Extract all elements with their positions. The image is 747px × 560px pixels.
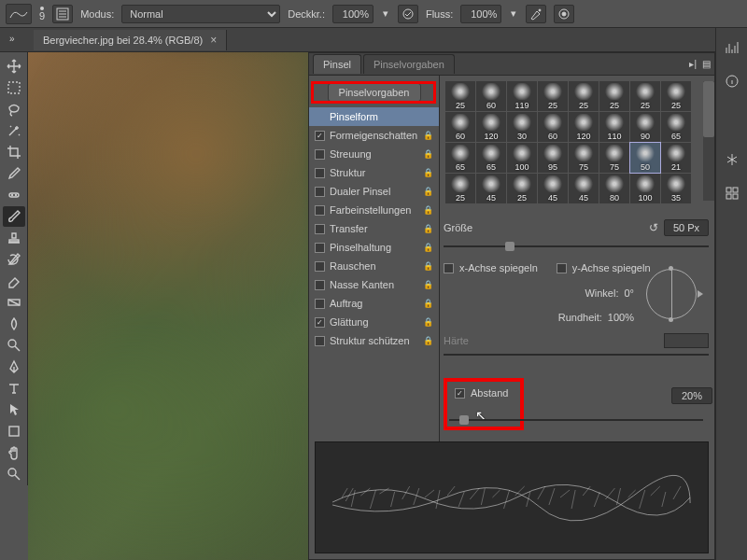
setting-farbeinstellungen-checkbox[interactable] [315, 205, 325, 216]
histogram-panel-icon[interactable] [723, 39, 741, 56]
setting-struktur-checkbox[interactable] [315, 168, 325, 178]
tool-stamp[interactable] [3, 228, 25, 248]
tool-history-brush[interactable] [3, 249, 25, 270]
lock-icon[interactable]: 🔒 [423, 336, 433, 345]
tool-type[interactable] [3, 378, 25, 399]
brush-thumb[interactable]: 75 [599, 143, 629, 173]
spacing-checkbox[interactable]: ✓ [455, 388, 465, 399]
brush-panel-toggle[interactable] [52, 5, 73, 23]
flow-chevron-icon[interactable]: ▾ [509, 5, 518, 23]
swatches-panel-icon[interactable] [723, 151, 741, 168]
spacing-slider[interactable] [449, 415, 703, 425]
setting-rauschen-checkbox[interactable] [315, 261, 325, 272]
reset-size-icon[interactable]: ↺ [649, 221, 658, 234]
brush-thumb[interactable]: 50 [630, 143, 660, 173]
tool-heal[interactable] [3, 185, 25, 205]
setting-pinselhaltung[interactable]: Pinselhaltung🔒 [309, 238, 439, 257]
brush-thumb[interactable]: 45 [538, 174, 568, 203]
airbrush-toggle[interactable] [526, 5, 546, 23]
setting-struktur-schuetzen-checkbox[interactable] [315, 336, 325, 346]
lock-icon[interactable]: 🔒 [423, 317, 433, 327]
setting-struktur[interactable]: Struktur🔒 [309, 163, 439, 182]
brush-presets-button[interactable]: Pinselvorgaben [328, 83, 421, 102]
brush-thumb[interactable]: 80 [599, 174, 629, 203]
tool-dodge[interactable] [3, 335, 25, 356]
tool-shape[interactable] [3, 421, 25, 441]
brush-thumb[interactable]: 25 [599, 81, 629, 111]
brush-thumb[interactable]: 75 [569, 143, 599, 173]
setting-pinselhaltung-checkbox[interactable] [315, 243, 325, 253]
setting-transfer-checkbox[interactable] [315, 224, 325, 234]
opacity-input[interactable] [332, 5, 374, 23]
brush-thumb[interactable]: 120 [476, 112, 506, 142]
angle-value[interactable]: 0° [624, 287, 634, 299]
document-canvas[interactable] [28, 52, 308, 560]
brush-thumb[interactable]: 45 [476, 174, 506, 203]
setting-glaettung-checkbox[interactable]: ✓ [315, 317, 325, 328]
lock-icon[interactable]: 🔒 [423, 224, 433, 233]
close-icon[interactable]: × [210, 34, 217, 47]
brush-thumb[interactable]: 60 [538, 112, 568, 142]
setting-farbeinstellungen[interactable]: Farbeinstellungen🔒 [309, 201, 439, 219]
brush-thumb[interactable]: 25 [569, 81, 599, 111]
info-panel-icon[interactable] [723, 73, 741, 90]
tool-blur[interactable] [3, 314, 25, 334]
lock-icon[interactable]: 🔒 [423, 205, 433, 215]
setting-streuung[interactable]: Streuung🔒 [309, 145, 439, 163]
brush-thumb[interactable]: 110 [599, 112, 629, 142]
lock-icon[interactable]: 🔒 [423, 299, 433, 308]
lock-icon[interactable]: 🔒 [423, 187, 433, 196]
size-slider[interactable] [444, 242, 709, 251]
brush-thumb[interactable]: 25 [661, 81, 691, 111]
tool-brush[interactable] [3, 206, 25, 227]
brush-thumb[interactable]: 25 [507, 174, 537, 203]
setting-glaettung[interactable]: ✓Glättung🔒 [309, 313, 439, 331]
opacity-chevron-icon[interactable]: ▾ [381, 5, 390, 23]
lock-icon[interactable]: 🔒 [423, 243, 433, 252]
lock-icon[interactable]: 🔒 [423, 149, 433, 159]
setting-formeigenschaften[interactable]: ✓Formeigenschatten🔒 [309, 126, 439, 145]
flow-input[interactable] [460, 5, 501, 23]
setting-dualer-pinsel-checkbox[interactable] [315, 187, 325, 197]
tool-eyedropper[interactable] [3, 163, 25, 184]
setting-transfer[interactable]: Transfer🔒 [309, 219, 439, 238]
tool-hand[interactable] [3, 442, 25, 463]
setting-struktur-schuetzen[interactable]: Struktur schützen🔒 [309, 331, 439, 350]
brush-thumb[interactable]: 60 [476, 81, 506, 111]
lock-icon[interactable]: 🔒 [423, 261, 433, 271]
setting-nasse-kanten-checkbox[interactable] [315, 280, 325, 290]
brush-thumb[interactable]: 25 [538, 81, 568, 111]
brush-thumb[interactable]: 65 [445, 143, 475, 173]
styles-panel-icon[interactable] [723, 185, 741, 202]
tool-marquee[interactable] [3, 77, 25, 98]
opacity-pressure-toggle[interactable] [398, 5, 418, 23]
tool-eraser[interactable] [3, 271, 25, 291]
brush-thumb[interactable]: 119 [507, 81, 537, 111]
brush-thumb[interactable]: 25 [445, 81, 475, 111]
lock-icon[interactable]: 🔒 [423, 168, 433, 177]
tool-pen[interactable] [3, 357, 25, 377]
brush-thumb[interactable]: 90 [630, 112, 660, 142]
size-value[interactable]: 50 Px [664, 219, 709, 236]
setting-auftrag-checkbox[interactable] [315, 299, 325, 309]
lock-icon[interactable]: 🔒 [423, 131, 433, 140]
brush-preset-picker[interactable] [6, 4, 32, 24]
brush-thumb[interactable]: 60 [445, 112, 475, 142]
tool-wand[interactable] [3, 120, 25, 141]
brush-thumb[interactable]: 100 [630, 174, 660, 203]
flip-y-checkbox[interactable] [557, 263, 567, 273]
brush-thumb[interactable]: 25 [630, 81, 660, 111]
blend-mode-select[interactable]: Normal [121, 5, 280, 23]
tool-lasso[interactable] [3, 99, 25, 119]
thumbnails-scrollbar[interactable] [703, 81, 714, 201]
brush-thumb[interactable]: 35 [661, 174, 691, 203]
tab-brush-presets[interactable]: Pinselvorgaben [363, 54, 455, 74]
panel-menu-icon[interactable]: ▤ [702, 59, 711, 69]
lock-icon[interactable]: 🔒 [423, 280, 433, 289]
size-pressure-toggle[interactable] [554, 5, 574, 23]
brush-thumb[interactable]: 65 [476, 143, 506, 173]
tab-brush[interactable]: Pinsel [313, 54, 361, 74]
setting-auftrag[interactable]: Auftrag🔒 [309, 294, 439, 313]
setting-nasse-kanten[interactable]: Nasse Kanten🔒 [309, 275, 439, 294]
setting-pinselform[interactable]: Pinselform [309, 107, 439, 126]
